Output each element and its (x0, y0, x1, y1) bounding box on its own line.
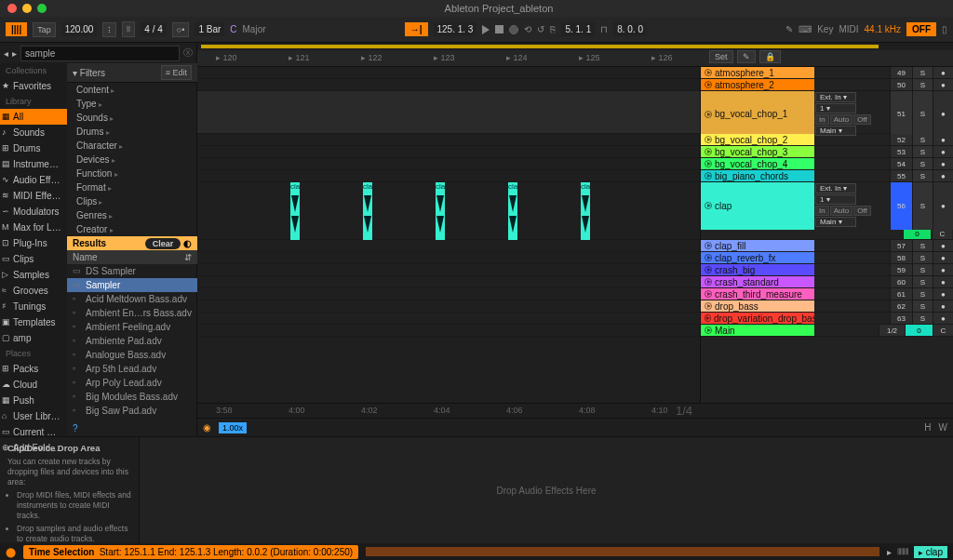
result-item[interactable]: ▫Analogue Bass.adv (67, 348, 197, 362)
category-item[interactable]: ☁Cloud (0, 377, 67, 393)
filter-category[interactable]: Devices (67, 153, 197, 167)
key-root[interactable]: C (230, 24, 236, 34)
zoom-value[interactable]: 1.00x (219, 422, 247, 433)
filter-category[interactable]: Sounds (67, 111, 197, 125)
set-button[interactable]: Set (709, 50, 733, 63)
track-number[interactable]: 55 (890, 170, 912, 181)
close-icon[interactable] (7, 4, 17, 13)
track-play-icon[interactable] (705, 172, 712, 180)
pan-value[interactable]: C (932, 230, 952, 240)
track-number[interactable]: 63 (890, 313, 912, 324)
filter-category[interactable]: Creator (67, 222, 197, 236)
category-item[interactable]: ▦Push (0, 393, 67, 408)
zoom-w-icon[interactable]: W (939, 422, 947, 433)
filter-category[interactable]: Format (67, 180, 197, 194)
track-header[interactable]: atmosphere_1 (701, 67, 814, 78)
time-signature[interactable]: 4 / 4 (141, 22, 166, 36)
arm-button[interactable]: ● (933, 170, 953, 181)
track-header[interactable]: big_piano_chords (701, 170, 814, 181)
category-item[interactable]: ▷Samples (0, 267, 67, 283)
track-play-icon[interactable] (705, 242, 712, 249)
filter-category[interactable]: Function (67, 167, 197, 180)
nudge-up-icon[interactable]: ⫴ (122, 21, 135, 37)
play-button[interactable] (482, 25, 490, 34)
track-lane[interactable] (197, 158, 700, 170)
result-item[interactable]: ▫Ambient En…rs Bass.adv (67, 306, 197, 320)
arm-button[interactable]: ● (933, 79, 953, 90)
monitor-button[interactable]: Auto (830, 114, 852, 125)
result-item[interactable]: ▫Big Saw Pad.adv (67, 404, 197, 418)
track-play-icon[interactable] (705, 81, 712, 88)
arm-button[interactable]: ● (933, 313, 953, 324)
track-number[interactable]: 51 (890, 91, 912, 137)
audio-clip[interactable]: cla (290, 182, 300, 240)
name-column[interactable]: Name (73, 252, 98, 262)
solo-button[interactable]: S (912, 79, 933, 90)
master-pan[interactable]: C (933, 325, 953, 336)
category-item[interactable]: ♪Sounds (0, 125, 67, 140)
arm-button[interactable]: ● (933, 264, 953, 275)
track-header[interactable]: clap_fill (701, 240, 814, 251)
track-number[interactable]: 49 (890, 67, 912, 78)
category-item[interactable]: ≋MIDI Effects (0, 188, 67, 204)
tempo-field[interactable]: 120.00 (61, 22, 98, 36)
category-item[interactable]: ▭Clips (0, 251, 67, 267)
monitor-button[interactable]: Auto (830, 206, 852, 216)
arm-button[interactable]: ● (933, 146, 953, 157)
category-item[interactable]: ⊞Drums (0, 140, 67, 156)
output-routing[interactable]: Main ▾ (815, 217, 856, 227)
input-channel[interactable]: 1 ▾ (815, 194, 856, 205)
track-lane[interactable] (197, 288, 700, 300)
track-play-icon[interactable] (705, 314, 711, 322)
search-input[interactable] (20, 46, 180, 61)
filter-category[interactable]: Character (67, 139, 197, 153)
clips-area[interactable]: claclaclaclacla (197, 67, 700, 403)
arm-button[interactable]: ● (933, 252, 953, 263)
track-lane[interactable] (197, 170, 700, 182)
keyboard-icon[interactable]: ⌨ (799, 24, 812, 34)
track-play-icon[interactable] (705, 111, 712, 118)
audio-clip[interactable]: cla (508, 182, 517, 240)
filter-category[interactable]: Genres (67, 208, 197, 222)
track-header[interactable]: clap_reverb_fx (701, 252, 814, 263)
browser-fwd-icon[interactable]: ▸ (12, 48, 17, 59)
track-number[interactable]: 56 (890, 182, 912, 230)
track-lane[interactable] (197, 313, 700, 325)
results-toggle-icon[interactable]: ◐ (183, 238, 192, 248)
status-track-name[interactable]: ▸ clap (914, 546, 947, 558)
status-warn-icon[interactable]: ⬤ (6, 547, 16, 557)
track-lane[interactable] (197, 146, 700, 158)
help-icon[interactable]: ? (67, 420, 197, 436)
track-number[interactable]: 50 (890, 79, 912, 90)
key-scale[interactable]: Major (243, 24, 266, 34)
stop-button[interactable] (495, 25, 503, 33)
track-lane[interactable] (197, 252, 700, 264)
zoom-h-icon[interactable]: H (924, 422, 931, 433)
back-to-arrangement-icon[interactable]: ◉ (203, 422, 211, 433)
track-number[interactable]: 54 (890, 158, 912, 169)
track-header[interactable]: bg_vocal_chop_3 (701, 146, 814, 157)
record-button[interactable] (509, 25, 518, 34)
category-item[interactable]: ★Favorites (0, 78, 67, 94)
master-vol[interactable]: 0 (905, 325, 933, 336)
input-channel[interactable]: 1 ▾ (815, 103, 856, 113)
result-item[interactable]: ▭DS Sampler (67, 264, 197, 278)
solo-button[interactable]: S (912, 134, 933, 145)
arm-button[interactable]: ● (933, 288, 953, 300)
track-number[interactable]: 53 (890, 146, 912, 157)
minimize-icon[interactable] (22, 4, 32, 13)
track-header[interactable]: crash_big (701, 264, 814, 275)
track-lane[interactable] (197, 240, 700, 252)
audio-off-button[interactable]: OFF (906, 22, 936, 36)
monitor-button[interactable]: Off (853, 114, 871, 125)
solo-button[interactable]: S (912, 313, 933, 324)
arm-button[interactable]: ● (933, 240, 953, 251)
category-item[interactable]: ♯Tunings (0, 299, 67, 314)
follow-icon[interactable]: →| (405, 22, 428, 36)
draw-icon[interactable]: ✎ (785, 24, 793, 34)
time-ruler[interactable]: 1/4 3:584:004:024:044:064:084:10 (197, 403, 953, 418)
category-item[interactable]: ⌂User Library (0, 408, 67, 424)
filters-edit-button[interactable]: ≡ Edit (161, 65, 192, 80)
solo-button[interactable]: S (912, 158, 933, 169)
solo-button[interactable]: S (912, 170, 933, 181)
